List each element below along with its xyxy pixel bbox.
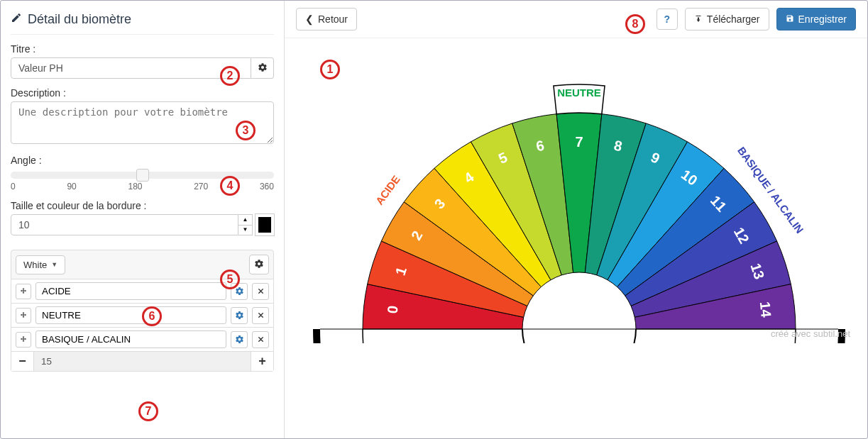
title-settings-button[interactable] <box>251 57 274 79</box>
zone-row <box>11 327 273 351</box>
zone-name-input[interactable] <box>35 306 226 324</box>
border-size-up[interactable]: ▲ <box>238 215 252 226</box>
title-label: Titre : <box>11 43 274 55</box>
sidebar: Détail du biomètre Titre : 2 Description… <box>1 1 285 438</box>
zone-name-input[interactable] <box>35 282 226 300</box>
border-color-swatch[interactable] <box>256 214 274 235</box>
credit-text: créé avec subtil.net <box>771 328 850 339</box>
segment-increment[interactable]: + <box>251 352 273 371</box>
zone-delete-button[interactable] <box>252 283 269 300</box>
zone-row <box>11 303 273 327</box>
description-label: Description : <box>11 87 274 99</box>
gear-icon <box>254 259 264 271</box>
angle-slider[interactable] <box>11 172 274 179</box>
background-select[interactable]: White ▼ <box>16 255 65 274</box>
back-button[interactable]: ❮ Retour <box>296 8 357 30</box>
svg-text:14: 14 <box>757 301 774 318</box>
zone-settings-button[interactable] <box>231 331 248 348</box>
zone-list <box>11 279 274 352</box>
angle-thumb[interactable] <box>136 169 149 182</box>
download-button[interactable]: Télécharger <box>685 8 769 30</box>
svg-text:NEUTRE: NEUTRE <box>557 87 601 99</box>
svg-text:0: 0 <box>385 305 401 314</box>
background-settings-button[interactable] <box>249 255 269 274</box>
border-size-down[interactable]: ▼ <box>238 226 252 235</box>
segment-decrement[interactable]: − <box>11 352 34 371</box>
edit-icon <box>11 12 22 27</box>
zone-settings-button[interactable] <box>231 307 248 324</box>
save-button[interactable]: Enregistrer <box>776 8 856 30</box>
zone-delete-button[interactable] <box>252 307 269 324</box>
help-button[interactable]: ? <box>657 9 678 30</box>
drag-handle[interactable] <box>16 332 31 348</box>
panel-heading: Détail du biomètre <box>11 8 274 35</box>
caret-icon: ▼ <box>51 261 57 268</box>
drag-handle[interactable] <box>16 308 31 323</box>
toolbar: ❮ Retour ? Télécharger Enregistrer <box>285 1 867 38</box>
svg-text:7: 7 <box>575 134 583 150</box>
callout-7: 7 <box>138 401 158 421</box>
angle-ticks: 0 90 180 270 360 <box>11 182 274 191</box>
description-input[interactable] <box>11 101 274 144</box>
main: ❮ Retour ? Télécharger Enregistrer 8 <box>285 1 867 438</box>
panel-title-text: Détail du biomètre <box>28 12 131 27</box>
zone-row <box>11 279 273 303</box>
angle-label: Angle : <box>11 155 274 166</box>
border-size-input[interactable] <box>11 214 238 235</box>
chevron-left-icon: ❮ <box>305 13 314 25</box>
help-icon: ? <box>664 13 671 25</box>
segment-count-input[interactable] <box>34 352 251 371</box>
border-label: Taille et couleur de la bordure : <box>11 200 274 211</box>
save-icon <box>786 13 794 25</box>
zone-name-input[interactable] <box>35 330 226 348</box>
download-icon <box>694 13 703 25</box>
biometer-chart: 01234567891011121314ACIDENEUTREBASIQUE /… <box>306 45 852 343</box>
title-input[interactable] <box>11 57 251 79</box>
canvas: 1 01234567891011121314ACIDENEUTREBASIQUE… <box>285 38 867 438</box>
drag-handle[interactable] <box>16 284 31 299</box>
zone-delete-button[interactable] <box>252 331 269 348</box>
gear-icon <box>258 62 268 74</box>
svg-text:ACIDE: ACIDE <box>373 173 402 207</box>
zone-settings-button[interactable] <box>231 283 248 300</box>
